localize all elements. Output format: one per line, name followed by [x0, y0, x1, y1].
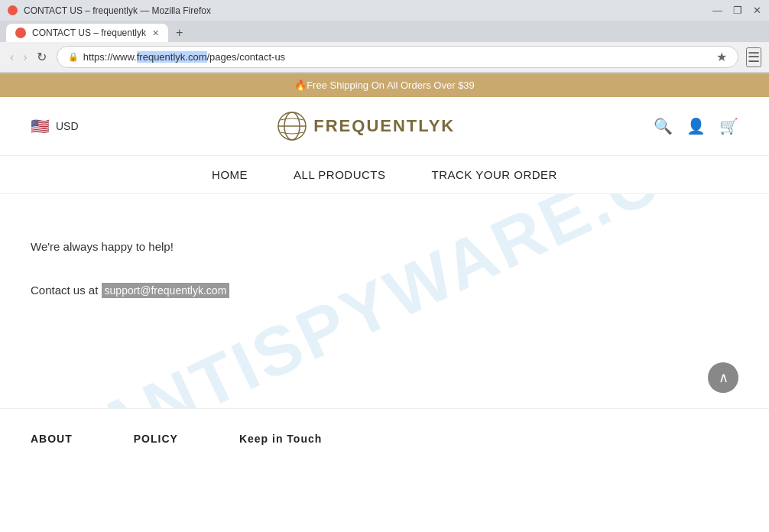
website: 🔥Free Shipping On All Orders Over $39 🇺🇸… — [0, 73, 769, 453]
flag-icon: 🇺🇸 — [31, 117, 50, 135]
footer-keepintouch-col: Keep in Touch — [239, 432, 322, 446]
url-prefix: https://www. — [83, 51, 137, 63]
site-logo[interactable]: FREQUENTLYK — [277, 111, 455, 141]
nav-home[interactable]: HOME — [212, 168, 248, 181]
restore-btn[interactable]: ❐ — [733, 5, 742, 16]
happy-text: We're always happy to help! — [31, 240, 738, 253]
page-content-wrapper: MYANTISPYWARE.COM We're always happy to … — [0, 194, 769, 408]
new-tab-btn[interactable]: + — [171, 24, 187, 41]
close-btn[interactable]: ✕ — [753, 5, 761, 16]
tab-favicon — [15, 28, 26, 38]
nav-buttons: ‹ › ↻ — [8, 50, 49, 64]
address-bar: ‹ › ↻ 🔒 https://www.frequentlyk.com/page… — [0, 42, 769, 73]
page-content: We're always happy to help! Contact us a… — [0, 194, 769, 408]
url-bar[interactable]: 🔒 https://www.frequentlyk.com/pages/cont… — [57, 46, 738, 68]
back-btn[interactable]: ‹ — [8, 50, 16, 64]
footer-about-title: ABOUT — [31, 433, 73, 445]
footer-keepintouch-title: Keep in Touch — [239, 433, 322, 445]
contact-prefix: Contact us at — [31, 284, 98, 297]
site-header: 🇺🇸 USD FREQUENTLYK 🔍 👤 🛒 — [0, 97, 769, 156]
footer-policy-title: POLICY — [134, 433, 178, 445]
browser-title: CONTACT US – frequentlyk — Mozilla Firef… — [24, 5, 211, 16]
tabs-bar: CONTACT US – frequentlyk ✕ + — [0, 21, 769, 42]
titlebar: CONTACT US – frequentlyk — Mozilla Firef… — [0, 0, 769, 21]
browser-chrome: CONTACT US – frequentlyk — Mozilla Firef… — [0, 0, 769, 73]
logo-text: FREQUENTLYK — [313, 116, 455, 136]
traffic-lights — [8, 5, 18, 15]
tab-close-btn[interactable]: ✕ — [152, 28, 159, 38]
site-nav: HOME ALL PRODUCTS TRACK YOUR ORDER — [0, 156, 769, 194]
contact-email[interactable]: support@frequentlyk.com — [102, 283, 230, 298]
contact-line: Contact us at support@frequentlyk.com — [31, 284, 738, 297]
url-text: https://www.frequentlyk.com/pages/contac… — [83, 51, 285, 63]
account-btn[interactable]: 👤 — [686, 117, 706, 135]
nav-all-products[interactable]: ALL PRODUCTS — [294, 168, 385, 181]
currency-label: USD — [56, 120, 79, 132]
logo-svg — [277, 111, 307, 141]
nav-track-order[interactable]: TRACK YOUR ORDER — [432, 168, 557, 181]
browser-menu-btn[interactable]: ☰ — [746, 47, 761, 67]
lock-icon: 🔒 — [68, 52, 79, 62]
titlebar-right: — ❐ ✕ — [712, 5, 761, 16]
url-domain: frequentlyk.com — [137, 51, 207, 63]
footer-about-col: ABOUT — [31, 432, 73, 446]
footer-top: ABOUT POLICY Keep in Touch — [0, 408, 769, 453]
currency-selector[interactable]: 🇺🇸 USD — [31, 117, 79, 135]
minimize-btn[interactable]: — — [712, 5, 722, 16]
tab-label: CONTACT US – frequentlyk — [32, 28, 146, 38]
cart-btn[interactable]: 🛒 — [719, 117, 738, 135]
close-window-btn[interactable] — [8, 5, 18, 15]
search-btn[interactable]: 🔍 — [654, 117, 673, 135]
back-to-top-btn[interactable]: ∧ — [708, 362, 738, 393]
bookmark-icon[interactable]: ★ — [716, 50, 727, 64]
url-path: /pages/contact-us — [207, 51, 286, 63]
active-tab[interactable]: CONTACT US – frequentlyk ✕ — [6, 24, 168, 42]
forward-btn[interactable]: › — [21, 50, 29, 64]
footer-policy-col: POLICY — [134, 432, 178, 446]
refresh-btn[interactable]: ↻ — [34, 50, 49, 64]
titlebar-left: CONTACT US – frequentlyk — Mozilla Firef… — [8, 5, 211, 16]
header-icons: 🔍 👤 🛒 — [654, 117, 738, 135]
promo-banner: 🔥Free Shipping On All Orders Over $39 — [0, 73, 769, 97]
